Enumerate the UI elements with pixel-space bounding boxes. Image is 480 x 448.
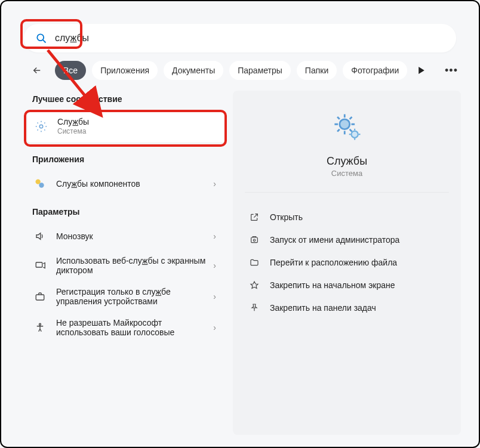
svg-point-5 [39,183,44,187]
filter-docs-label: Документы [172,66,215,75]
section-settings: Параметры [27,203,224,223]
filter-apps[interactable]: Приложения [92,61,158,80]
app-result-title: Службы компонентов [56,179,213,189]
filter-docs[interactable]: Документы [164,61,223,80]
accessibility-icon [32,320,48,335]
svg-rect-11 [251,237,258,243]
action-run-admin-label: Запуск от имени администратора [270,235,399,245]
best-result-services[interactable]: Службы Система [27,110,224,143]
filter-bar: Все Приложения Документы Параметры Папки… [29,61,461,80]
filter-settings-label: Параметры [238,66,282,75]
component-services-icon [32,176,48,191]
filter-folders[interactable]: Папки [297,61,337,80]
svg-point-12 [253,239,255,241]
svg-point-10 [352,131,358,138]
narrator-icon [32,258,48,273]
section-best-match: Лучшее соответствие [27,91,224,110]
app-result-component-services[interactable]: Службы компонентов › [27,170,224,197]
setting-title: Монозвук [56,231,213,241]
chevron-right-icon: › [213,292,220,301]
detail-panel: Службы Система Открыть Запуск от имени а… [233,91,461,435]
chevron-right-icon: › [213,231,220,241]
folder-icon [248,257,260,268]
filter-settings[interactable]: Параметры [229,61,291,80]
detail-subtitle: Система [331,169,362,178]
svg-point-8 [39,323,41,325]
svg-point-3 [39,125,43,128]
results-column: Лучшее соответствие Службы Система Прило… [27,91,224,435]
search-icon [35,32,48,45]
more-filters-button[interactable] [413,62,430,79]
setting-title: Использовать веб-службы с экранным дикто… [56,256,213,275]
overflow-menu-button[interactable]: ••• [442,61,461,80]
filter-all-label: Все [63,66,78,75]
filter-folders-label: Папки [305,66,328,75]
open-icon [248,211,260,223]
search-input[interactable]: службы [55,33,445,44]
svg-rect-7 [36,295,44,300]
svg-line-2 [43,40,46,43]
filter-photos[interactable]: Фотографии [343,61,407,80]
best-result-title: Службы [57,117,219,126]
action-pin-start-label: Закрепить на начальном экране [270,280,395,290]
filter-all[interactable]: Все [55,61,86,80]
setting-result-mono-sound[interactable]: Монозвук › [27,223,224,250]
pin-icon [248,302,260,314]
action-run-admin[interactable]: Запуск от имени администратора [245,228,449,251]
chevron-right-icon: › [213,261,220,270]
services-large-icon [329,109,365,144]
section-apps: Приложения [27,151,224,170]
chevron-right-icon: › [213,323,220,332]
pin-icon [248,279,260,291]
chevron-right-icon: › [213,179,220,189]
svg-point-1 [37,34,44,41]
gear-icon [33,119,49,134]
search-bar[interactable]: службы [24,24,456,52]
action-goto-file-label: Перейти к расположению файла [270,258,397,267]
action-pin-taskbar[interactable]: Закрепить на панели задач [245,296,449,319]
back-button[interactable] [29,62,45,79]
detail-title: Службы [327,155,367,168]
action-pin-taskbar-label: Закрепить на панели задач [270,303,376,313]
setting-result-device-mgmt[interactable]: Регистрация только в службе управления у… [27,281,224,312]
speaker-icon [32,228,48,244]
svg-rect-6 [36,262,42,267]
setting-title: Не разрешать Майкрософт использовать ваш… [56,318,213,337]
filter-apps-label: Приложения [100,66,149,75]
briefcase-icon [32,289,48,304]
action-pin-start[interactable]: Закрепить на начальном экране [245,274,449,296]
setting-result-web-services[interactable]: Использовать веб-службы с экранным дикто… [27,250,224,281]
best-result-subtitle: Система [57,127,219,135]
shield-icon [248,234,260,246]
action-open-label: Открыть [270,212,303,222]
action-goto-file[interactable]: Перейти к расположению файла [245,251,449,274]
svg-point-9 [340,119,350,129]
setting-title: Регистрация только в службе управления у… [56,287,213,306]
action-open[interactable]: Открыть [245,206,449,228]
filter-photos-label: Фотографии [351,66,399,75]
setting-result-voice[interactable]: Не разрешать Майкрософт использовать ваш… [27,312,224,343]
